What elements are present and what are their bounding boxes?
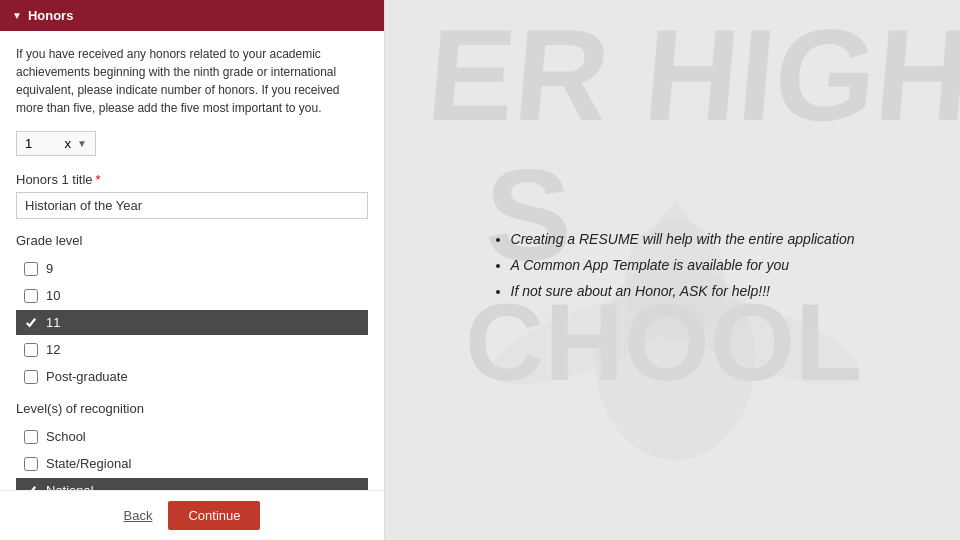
description-text: If you have received any honors related … [16, 45, 368, 117]
recognition-state-label: State/Regional [46, 456, 131, 471]
recognition-national-label: National [46, 483, 94, 490]
grade-11-row: 11 [16, 310, 368, 335]
tip-2: A Common App Template is available for y… [511, 257, 855, 273]
grade-12-checkbox[interactable] [24, 343, 38, 357]
grade-9-row: 9 [16, 256, 368, 281]
grade-postgrad-checkbox[interactable] [24, 370, 38, 384]
select-value: 1 [25, 136, 59, 151]
right-panel: ER HIGH S CHOOL Creating a RESUME will h… [385, 0, 960, 540]
tips-list: Creating a RESUME will help with the ent… [491, 231, 855, 299]
form-body: If you have received any honors related … [0, 31, 384, 490]
required-star: * [96, 172, 101, 187]
grade-10-label: 10 [46, 288, 60, 303]
grade-postgrad-label: Post-graduate [46, 369, 128, 384]
triangle-icon: ▼ [12, 10, 22, 21]
left-panel: ▼ Honors If you have received any honors… [0, 0, 385, 540]
recognition-state-checkbox[interactable] [24, 457, 38, 471]
continue-button[interactable]: Continue [168, 501, 260, 530]
grade-11-label: 11 [46, 315, 60, 330]
recognition-school-checkbox[interactable] [24, 430, 38, 444]
grade-12-row: 12 [16, 337, 368, 362]
recognition-label: Level(s) of recognition [16, 401, 368, 416]
honors-title-label-text: Honors 1 title [16, 172, 93, 187]
honors-count-select[interactable]: 1 x ▼ [16, 131, 96, 156]
tip-1: Creating a RESUME will help with the ent… [511, 231, 855, 247]
bullet-list: Creating a RESUME will help with the ent… [461, 211, 885, 329]
select-arrow: ▼ [77, 138, 87, 149]
back-button[interactable]: Back [124, 508, 153, 523]
select-x: x [65, 136, 72, 151]
recognition-national-row: National [16, 478, 368, 490]
grade-9-label: 9 [46, 261, 53, 276]
honors-title-input[interactable] [16, 192, 368, 219]
grade-level-label: Grade level [16, 233, 368, 248]
honors-title-label: Honors 1 title* [16, 172, 368, 187]
recognition-school-label: School [46, 429, 86, 444]
grade-10-checkbox[interactable] [24, 289, 38, 303]
svg-text:ER HIGH: ER HIGH [422, 2, 960, 148]
tip-3: If not sure about an Honor, ASK for help… [511, 283, 855, 299]
footer-buttons: Back Continue [0, 490, 384, 540]
grade-10-row: 10 [16, 283, 368, 308]
recognition-state-row: State/Regional [16, 451, 368, 476]
grade-11-checkbox[interactable] [24, 316, 38, 330]
section-header: ▼ Honors [0, 0, 384, 31]
recognition-school-row: School [16, 424, 368, 449]
grade-9-checkbox[interactable] [24, 262, 38, 276]
grade-12-label: 12 [46, 342, 60, 357]
select-row: 1 x ▼ [16, 131, 368, 156]
grade-postgrad-row: Post-graduate [16, 364, 368, 389]
section-title: Honors [28, 8, 74, 23]
